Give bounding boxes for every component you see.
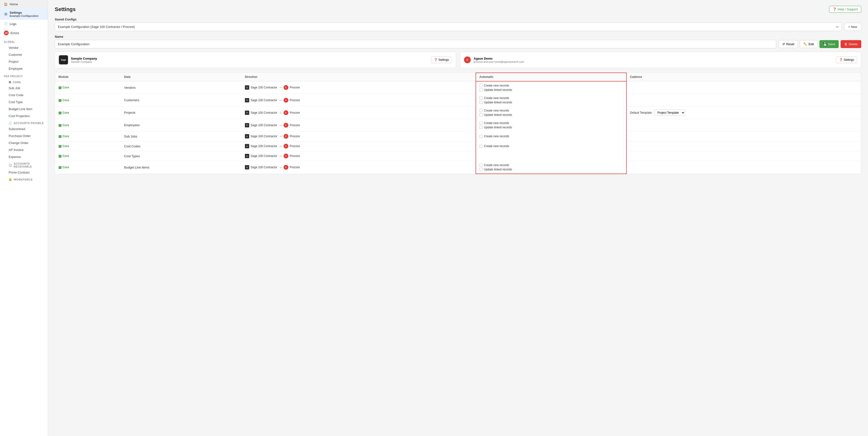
sidebar-item-customer[interactable]: Customer bbox=[0, 51, 48, 58]
arrow-icon: → bbox=[279, 165, 282, 169]
name-input[interactable] bbox=[55, 40, 776, 48]
new-button[interactable]: + New bbox=[844, 23, 861, 31]
checkbox[interactable] bbox=[479, 109, 483, 112]
checkbox[interactable] bbox=[479, 145, 483, 148]
direction-cell: S Sage 100 Contractor → C Procore bbox=[242, 131, 476, 141]
check-row: Create new records bbox=[479, 84, 623, 87]
sidebar-item-cost-type[interactable]: Cost Type bbox=[0, 98, 48, 105]
checkbox[interactable] bbox=[479, 101, 483, 104]
sage-icon: S bbox=[245, 85, 249, 90]
sidebar-item-cost-code[interactable]: Cost Code bbox=[0, 92, 48, 98]
data-cell: Projects bbox=[121, 106, 242, 119]
company-card-right: C Agave Demo procore-test-user+prod@agav… bbox=[460, 52, 861, 68]
sidebar-item-prime-contract[interactable]: Prime Contract bbox=[0, 169, 48, 176]
automatic-cell: Create new records Update linked records bbox=[476, 94, 626, 106]
question-circle-icon: ❓ bbox=[434, 58, 438, 62]
workforce-icon: 👷 bbox=[9, 178, 12, 181]
company-settings-btn-right[interactable]: ❓ Settings bbox=[836, 57, 857, 63]
edit-button[interactable]: ✏️ Edit bbox=[800, 40, 817, 48]
module-cell: ▦ Core bbox=[55, 81, 121, 94]
sage-icon: S bbox=[245, 123, 249, 127]
module-cell: ▦ Core bbox=[55, 161, 121, 174]
module-badge: ▦ Core bbox=[58, 134, 118, 138]
sidebar-item-budget-line-item[interactable]: Budget Line Item bbox=[0, 105, 48, 113]
direction-cell: S Sage 100 Contractor → C Procore bbox=[242, 94, 476, 106]
sidebar-item-ap-invoice[interactable]: AP Invoice bbox=[0, 146, 48, 153]
sage-icon: S bbox=[245, 165, 249, 169]
direction-cell: S Sage 100 Contractor → C Procore bbox=[242, 151, 476, 161]
main-header: Settings ❓ Help / Support bbox=[55, 6, 861, 13]
sidebar-item-purchase-order[interactable]: Purchase Order bbox=[0, 132, 48, 139]
check-row: Create new records bbox=[479, 134, 623, 138]
delete-button[interactable]: 🗑 Delete bbox=[841, 40, 861, 48]
help-support-button[interactable]: ❓ Help / Support bbox=[829, 6, 861, 13]
sidebar-item-change-order[interactable]: Change Order bbox=[0, 139, 48, 146]
procore-icon: C bbox=[284, 110, 288, 115]
save-button[interactable]: 💾 Save bbox=[819, 40, 839, 48]
direction-cell: S Sage 100 Contractor → C Procore bbox=[242, 161, 476, 174]
sidebar-item-settings[interactable]: ⚙️ Settings Example Configuration bbox=[0, 8, 48, 20]
sidebar-label-errors: Errors bbox=[10, 31, 19, 35]
delete-icon: 🗑 bbox=[844, 42, 847, 46]
automatic-cell bbox=[476, 151, 626, 161]
check-row: Update linked records bbox=[479, 113, 623, 117]
check-label: Create new records bbox=[484, 121, 509, 125]
check-row: Create new records bbox=[479, 109, 623, 112]
sidebar-item-sub-job[interactable]: Sub Job bbox=[0, 85, 48, 92]
table-row: ▦ CoreCost Codes S Sage 100 Contractor →… bbox=[55, 141, 861, 151]
automatic-cell: Create new records Update linked records bbox=[476, 119, 626, 131]
module-badge: ▦ Core bbox=[58, 154, 118, 158]
cadence-cell bbox=[626, 131, 861, 141]
checkbox[interactable] bbox=[479, 121, 483, 125]
sidebar-item-home[interactable]: 🏠 Home bbox=[0, 0, 48, 8]
logs-icon: 📄 bbox=[4, 22, 8, 26]
sidebar-item-project[interactable]: Project bbox=[0, 58, 48, 65]
cadence-cell: Default Template: Project Template bbox=[626, 106, 861, 119]
reset-button[interactable]: ↺ Reset bbox=[779, 40, 798, 48]
project-template-select[interactable]: Project Template bbox=[654, 110, 685, 116]
arrow-icon: → bbox=[279, 86, 282, 89]
core-subsection: ▦ CORE bbox=[0, 79, 48, 85]
checkbox[interactable] bbox=[479, 88, 483, 91]
sidebar-item-logs[interactable]: 📄 Logs bbox=[0, 20, 48, 28]
check-row: Create new records bbox=[479, 121, 623, 125]
ap-icon: 🧾 bbox=[9, 121, 12, 125]
checkbox[interactable] bbox=[479, 168, 483, 171]
arrow-icon: → bbox=[279, 123, 282, 127]
module-cell: ▦ Core bbox=[55, 106, 121, 119]
checkbox[interactable] bbox=[479, 126, 483, 129]
saved-configs-select[interactable]: Example Configuration (Sage 100 Contract… bbox=[55, 23, 842, 31]
checkbox[interactable] bbox=[479, 84, 483, 87]
module-badge: ▦ Core bbox=[58, 98, 118, 102]
company-settings-btn-left[interactable]: ❓ Settings bbox=[431, 57, 452, 63]
procore-icon: C bbox=[284, 144, 288, 149]
check-label: Update linked records bbox=[484, 101, 512, 104]
company-card-left: Sage Sample Company Sample Company ❓ Set… bbox=[55, 52, 456, 68]
check-label: Update linked records bbox=[484, 168, 512, 171]
automatic-cell: Create new records Update linked records bbox=[476, 81, 626, 94]
check-label: Create new records bbox=[484, 84, 509, 87]
checkbox[interactable] bbox=[479, 135, 483, 138]
table-row: ▦ CoreProjects S Sage 100 Contractor → C… bbox=[55, 106, 861, 119]
cadence-cell bbox=[626, 161, 861, 174]
sidebar: 🏠 Home ⚙️ Settings Example Configuration… bbox=[0, 0, 48, 436]
data-cell: Cost Codes bbox=[121, 141, 242, 151]
sidebar-item-vendor[interactable]: Vendor bbox=[0, 44, 48, 51]
check-label: Update linked records bbox=[484, 126, 512, 129]
company-name-right: Agave Demo bbox=[474, 57, 833, 60]
procore-icon: C bbox=[284, 154, 288, 158]
check-row: Update linked records bbox=[479, 101, 623, 104]
cadence-cell bbox=[626, 94, 861, 106]
sidebar-item-cost-projection[interactable]: Cost Projection bbox=[0, 113, 48, 120]
sidebar-item-expense[interactable]: Expense bbox=[0, 153, 48, 160]
checkbox[interactable] bbox=[479, 113, 483, 116]
sidebar-item-subcontract[interactable]: Subcontract bbox=[0, 125, 48, 132]
sidebar-item-errors[interactable]: 24 Errors bbox=[0, 28, 48, 38]
checkbox[interactable] bbox=[479, 96, 483, 99]
sidebar-item-employee[interactable]: Employee bbox=[0, 65, 48, 72]
checkbox[interactable] bbox=[479, 163, 483, 166]
check-label: Create new records bbox=[484, 109, 509, 112]
col-data: Data bbox=[121, 73, 242, 81]
module-badge: ▦ Core bbox=[58, 165, 118, 169]
direction-cell: S Sage 100 Contractor → C Procore bbox=[242, 106, 476, 119]
